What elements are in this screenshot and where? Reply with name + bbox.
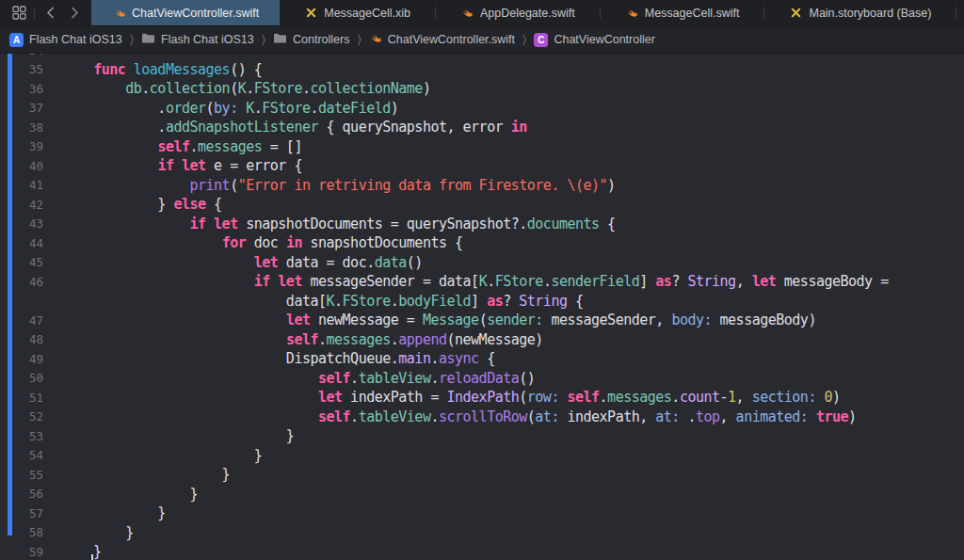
breadcrumb-separator: 〉 [129, 32, 135, 47]
code-text: if let messageSender = data[K.FStore.sen… [61, 273, 889, 290]
code-line[interactable]: 48 self.messages.append(newMessage) [0, 330, 964, 350]
code-line[interactable]: 37 .order(by: K.FStore.dateField) [0, 99, 964, 119]
code-text: self.messages = [] [61, 138, 302, 155]
tab-chatviewcontroller-swift[interactable]: ChatViewController.swift [91, 0, 280, 25]
code-line[interactable]: 36 db.collection(K.FStore.collectionName… [0, 79, 964, 99]
code-text: print("Error in retriving data from Fire… [61, 177, 616, 194]
tab-label: MessageCell.swift [645, 7, 740, 20]
code-line[interactable]: 54 } [0, 446, 964, 466]
tab-messagecell-swift[interactable]: MessageCell.swift [601, 0, 764, 25]
code-text: } [61, 466, 230, 483]
line-number: 49 [0, 352, 43, 366]
code-line[interactable]: 47 let newMessage = Message(sender: mess… [0, 311, 964, 330]
code-line[interactable]: 40 if let e = error { [0, 156, 964, 176]
line-number: 52 [0, 409, 43, 424]
code-text: let newMessage = Message(sender: message… [61, 312, 816, 328]
line-number: 34 [0, 54, 43, 57]
line-number: 41 [0, 178, 43, 192]
swift-file-icon [625, 6, 639, 20]
code-line[interactable]: 50 self.tableView.reloadData() [0, 369, 964, 389]
code-text: for doc in snapshotDocuments { [61, 234, 463, 251]
line-number: 42 [0, 198, 43, 212]
code-line[interactable]: 41 print("Error in retriving data from F… [0, 176, 964, 196]
line-number: 45 [0, 255, 43, 269]
code-line[interactable]: 35 func loadMessages() { [0, 60, 964, 80]
code-line[interactable]: 59 } [0, 542, 964, 560]
line-number: 54 [0, 448, 43, 462]
tab-partial[interactable]: W [956, 0, 964, 25]
code-line[interactable]: 39 self.messages = [] [0, 137, 964, 157]
editor-tab-bar: ChatViewController.swift MessageCell.xib… [0, 0, 964, 26]
code-text: } else { [61, 196, 222, 213]
code-text: self.messages.append(newMessage) [61, 331, 543, 348]
tab-label: ChatViewController.swift [132, 7, 259, 20]
code-line[interactable]: 53 } [0, 426, 964, 446]
code-text: data[K.FStore.bodyField] as? String { [61, 293, 584, 310]
source-control-change-bar [8, 54, 12, 536]
breadcrumb-group[interactable]: Flash Chat iOS13 [141, 32, 254, 47]
back-icon[interactable] [40, 4, 59, 23]
line-number: 51 [0, 391, 43, 405]
code-text: } [61, 447, 262, 464]
line-number: 44 [0, 236, 43, 250]
code-text: } [61, 427, 294, 444]
line-number: 46 [0, 275, 43, 289]
line-number: 55 [0, 468, 43, 482]
code-text: } [61, 486, 198, 503]
code-line[interactable]: 51 let indexPath = IndexPath(row: self.m… [0, 388, 964, 408]
code-text: func loadMessages() { [61, 61, 262, 78]
code-text: } [61, 543, 102, 560]
tab-controls [0, 0, 91, 25]
breadcrumb-separator: 〉 [522, 32, 527, 47]
code-text: let indexPath = IndexPath(row: self.mess… [61, 389, 841, 406]
line-number: 50 [0, 371, 43, 385]
tab-main-storyboard[interactable]: Main.storyboard (Base) [764, 0, 956, 25]
code-text: db.collection(K.FStore.collectionName) [61, 80, 430, 97]
code-text: self.tableView.reloadData() [61, 370, 535, 387]
code-line[interactable]: 38 .addSnapshotListener { querySnapshot,… [0, 118, 964, 137]
code-lines: 3435 func loadMessages() {36 db.collecti… [0, 54, 964, 560]
code-text: if let e = error { [61, 157, 302, 174]
code-line[interactable]: 44 for doc in snapshotDocuments { [0, 233, 964, 253]
code-text: } [61, 524, 134, 541]
code-text: } [61, 504, 166, 521]
code-text: self.tableView.scrollToRow(at: indexPath… [61, 408, 857, 425]
code-line[interactable]: 49 DispatchQueue.main.async { [0, 349, 964, 369]
line-number: 47 [0, 313, 43, 328]
breadcrumb-folder-controllers[interactable]: Controllers [273, 32, 349, 47]
tabs: ChatViewController.swift MessageCell.xib… [91, 0, 964, 25]
line-number: 57 [0, 506, 43, 520]
source-editor[interactable]: 3435 func loadMessages() {36 db.collecti… [0, 54, 964, 560]
code-line[interactable]: 43 if let snapshotDocuments = querySnaps… [0, 215, 964, 234]
code-text: .addSnapshotListener { querySnapshot, er… [61, 119, 527, 136]
project-icon: A [9, 33, 24, 47]
folder-icon [141, 32, 155, 47]
breadcrumb-file[interactable]: ChatViewController.swift [369, 32, 515, 48]
swift-file-icon [369, 32, 382, 48]
tab-messagecell-xib[interactable]: MessageCell.xib [280, 0, 435, 25]
code-line[interactable]: 56 } [0, 485, 964, 504]
line-number: 58 [0, 525, 43, 539]
code-line[interactable]: 55 } [0, 465, 964, 485]
code-line[interactable]: 45 let data = doc.data() [0, 253, 964, 273]
code-line[interactable]: 52 self.tableView.scrollToRow(at: indexP… [0, 408, 964, 427]
forward-icon[interactable] [65, 4, 84, 23]
breadcrumb-separator: 〉 [356, 32, 362, 47]
line-number: 53 [0, 429, 43, 443]
code-line[interactable]: 57 } [0, 504, 964, 523]
tab-appdelegate-swift[interactable]: AppDelegate.swift [436, 0, 600, 25]
tab-overview-icon[interactable] [9, 4, 28, 23]
code-line[interactable]: 42 } else { [0, 195, 964, 215]
tab-label: Main.storyboard (Base) [809, 7, 931, 20]
interface-builder-icon [304, 6, 318, 20]
code-line[interactable]: 58 } [0, 523, 964, 543]
breadcrumb-symbol[interactable]: C ChatViewController [534, 33, 654, 47]
breadcrumb-project[interactable]: A Flash Chat iOS13 [9, 33, 122, 47]
xcode-window: ChatViewController.swift MessageCell.xib… [0, 0, 964, 560]
line-number: 38 [0, 120, 43, 135]
breadcrumb-separator: 〉 [261, 32, 266, 47]
swift-file-icon [460, 6, 474, 20]
line-number: 43 [0, 216, 43, 231]
code-line[interactable]: 46 if let messageSender = data[K.FStore.… [0, 272, 964, 292]
code-line[interactable]: data[K.FStore.bodyField] as? String { [0, 292, 964, 312]
